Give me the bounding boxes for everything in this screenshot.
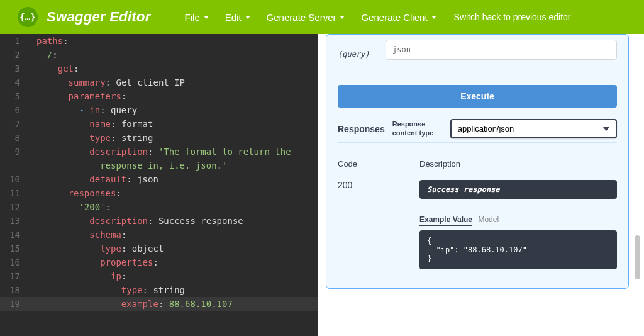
- responses-title: Responses: [338, 124, 385, 134]
- gutter: 1 2 3 4 5 6 7 8 9 10 11 12 13 14 15 16 1…: [0, 34, 29, 311]
- response-body: Success response Example Value Model { "…: [419, 180, 617, 269]
- brand-title: Swagger Editor: [47, 9, 151, 25]
- menu-edit-label: Edit: [225, 12, 242, 23]
- content-type-select[interactable]: application/json: [450, 119, 617, 138]
- tab-example-value[interactable]: Example Value: [419, 215, 472, 226]
- chevron-down-icon: [204, 16, 209, 19]
- menu-generate-client[interactable]: Generate Client: [355, 8, 442, 26]
- parameter-input[interactable]: [386, 40, 617, 60]
- chevron-down-icon: [603, 127, 609, 131]
- response-code: 200: [338, 180, 419, 269]
- parameter-label: string (query): [338, 41, 386, 59]
- description-header: Description: [419, 159, 617, 169]
- content-type-value: application/json: [458, 124, 514, 133]
- chevron-down-icon: [340, 16, 345, 19]
- braces-icon: {…}: [19, 12, 35, 22]
- responses-header: Responses Response content type applicat…: [338, 119, 617, 143]
- menu-bar: File Edit Generate Server Generate Clien…: [179, 8, 443, 26]
- menu-generate-client-label: Generate Client: [361, 12, 427, 23]
- scrollbar[interactable]: [635, 235, 640, 279]
- chevron-down-icon: [431, 16, 436, 19]
- response-description: Success response: [419, 180, 617, 199]
- execute-button[interactable]: Execute: [338, 85, 617, 108]
- response-row: 200 Success response Example Value Model…: [338, 180, 617, 269]
- menu-generate-server[interactable]: Generate Server: [260, 8, 352, 26]
- code-header: Code: [338, 159, 419, 169]
- tab-model[interactable]: Model: [478, 215, 499, 224]
- operation-block: string (query) Execute Responses Respons…: [326, 34, 629, 289]
- swagger-logo: {…}: [18, 7, 38, 27]
- responses-table: Code Description 200 Success response Ex…: [338, 159, 617, 269]
- parameter-row: string (query): [338, 35, 617, 60]
- top-bar: {…} Swagger Editor File Edit Generate Se…: [0, 0, 644, 34]
- menu-file-label: File: [185, 12, 200, 23]
- example-json-box[interactable]: { "ip": "88.68.10.107" }: [419, 230, 617, 269]
- switch-back-link[interactable]: Switch back to previous editor: [454, 12, 571, 22]
- preview-panel: string (query) Execute Responses Respons…: [318, 34, 644, 336]
- code-editor[interactable]: 1 2 3 4 5 6 7 8 9 10 11 12 13 14 15 16 1…: [0, 34, 318, 336]
- content-type-label: Response content type: [392, 120, 445, 137]
- responses-table-head: Code Description: [338, 159, 617, 169]
- menu-edit[interactable]: Edit: [219, 8, 257, 26]
- main-split: 1 2 3 4 5 6 7 8 9 10 11 12 13 14 15 16 1…: [0, 34, 644, 336]
- menu-generate-server-label: Generate Server: [267, 12, 336, 23]
- code-lines: paths: /: get: summary: Get client IP pa…: [36, 34, 318, 311]
- chevron-down-icon: [245, 16, 250, 19]
- menu-file[interactable]: File: [179, 8, 215, 26]
- example-tabs: Example Value Model: [419, 215, 617, 224]
